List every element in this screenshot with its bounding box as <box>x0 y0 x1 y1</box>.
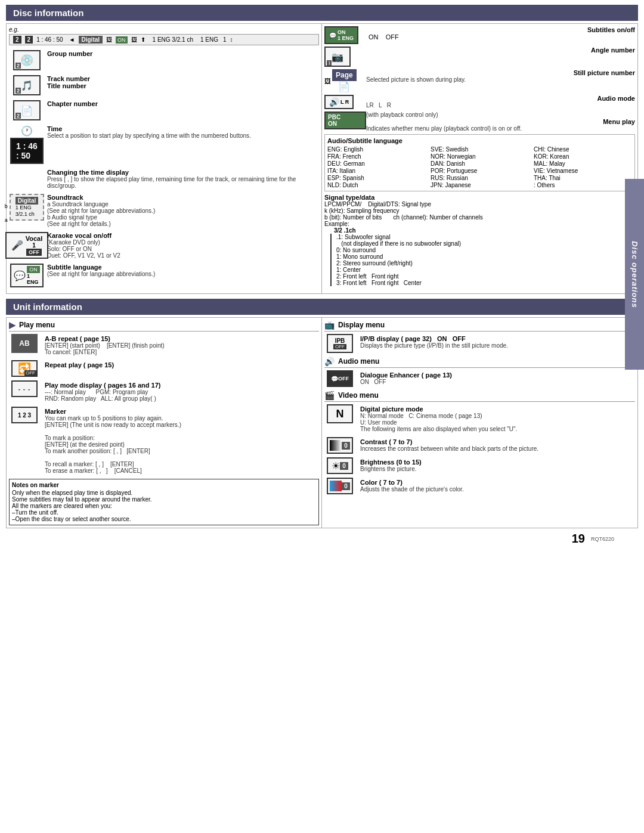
karaoke-solo: Solo: OFF or ON <box>47 246 317 252</box>
n-box: N <box>327 404 353 423</box>
lang-ita: ITA: Italian <box>327 168 426 174</box>
dialogue-off: OFF <box>338 376 349 382</box>
unit-info-header: Unit information <box>6 299 638 315</box>
display-menu-header: 📺 Display menu <box>324 320 635 332</box>
dialogue-box: 💬 OFF <box>327 370 353 387</box>
vocal-num: 1 <box>32 242 36 249</box>
karaoke-desc: (Karaoke DVD only) <box>47 239 317 246</box>
menu-play-desc: Indicates whether menu play (playback co… <box>366 125 635 132</box>
lang-kor: KOR: Korean <box>534 153 632 160</box>
subtitle-lang-desc: (See at right for language abbreviations… <box>47 271 317 277</box>
ipb-display-label: I/P/B display ( page 32) ON OFF <box>360 335 633 342</box>
color-gradient <box>330 481 342 491</box>
audio-mode-values: LR L R <box>366 102 635 109</box>
signal-section: Signal type/data LPCM/PPCM/ Digital/DTS:… <box>324 194 635 286</box>
signal-sub5: 2: Stereo surround (left/right) <box>336 260 635 267</box>
karaoke-label: Karaoke vocal on/off <box>47 232 317 239</box>
subtitles-onoff-row: 💬 ON 1 ENG Subtitles on/off ON OFF <box>324 26 635 44</box>
color-label: Color ( 7 to 7) <box>360 479 633 486</box>
notes-line2: Some subtitles may fail to appear around… <box>12 496 316 503</box>
ab-repeat-label: A-B repeat ( page 15) <box>45 335 317 342</box>
digital-label: Digital <box>16 197 39 205</box>
play-mode-rnd: RND: Random play ALL: All group play( ) <box>45 395 317 402</box>
page-icon: 📄 <box>338 81 350 92</box>
signal-line1: LPCM/PPCM/ Digital/DTS: Signal type <box>324 201 635 208</box>
still-picture-row: 🖼 Page 📄 Still picture number Selected p… <box>324 69 635 92</box>
rgt-number: RQT6220 <box>591 536 614 542</box>
audio-mode-row: 🔊 L R Audio mode LR L R <box>324 95 635 109</box>
group-number-label: Group number <box>47 50 317 57</box>
angle-row: 📷 1 Angle number <box>324 47 635 67</box>
color-zero: 0 <box>342 482 350 490</box>
repeat-box: 🔁 OFF <box>11 360 38 377</box>
brightness-box: ☀ 0 <box>327 457 353 474</box>
soundtrack-label: Soundtrack <box>47 194 317 201</box>
changing-time-desc: Press [ , ] to show the elapsed play tim… <box>47 176 317 189</box>
time-desc: Select a position to start play by speci… <box>47 132 317 139</box>
signal-sub4: 1: Mono surround <box>336 253 635 260</box>
marker-row: 1 2 3 Marker You can mark up to 5 positi… <box>9 407 319 475</box>
soundtrack-desc-b: (See at right for details.) <box>47 221 317 227</box>
marker-desc5: [ENTER] (at the desired point) <box>45 441 317 448</box>
karaoke-row: 🎤 Vocal 1 OFF Karaoke vocal on/off (Kara… <box>9 231 319 260</box>
vocal-box: 🎤 Vocal 1 OFF <box>5 232 49 259</box>
contrast-zero: 0 <box>342 442 350 450</box>
time-display: 1 : 46 : 50 <box>10 138 44 164</box>
contrast-box: 0 <box>327 437 353 454</box>
subtitle-lang-row: 💬 ON 1 ENG Subtitle language (See at rig… <box>9 262 319 289</box>
karaoke-duet: Duet: OFF, V1 V2, V1 or V2 <box>47 252 317 259</box>
dialogue-onoff: ON OFF <box>360 379 633 385</box>
contrast-gradient <box>330 440 342 451</box>
disc-ops-label: Disc operations <box>630 241 639 308</box>
digital-box: Digital <box>79 36 103 44</box>
dialogue-label: Dialogue Enhancer ( page 13) <box>360 371 633 379</box>
angle-num: 1 <box>327 60 332 66</box>
lr-label: L R <box>340 99 349 105</box>
menu-play-header: Menu play <box>366 118 635 125</box>
digital-picture-following: The following items are also displayed w… <box>360 426 633 432</box>
speaker-icon: 🔊 <box>329 97 339 107</box>
digital-picture-label: Digital picture mode <box>360 405 633 413</box>
ipb-off-label: OFF <box>333 344 346 349</box>
top-bar: 2 2 1 : 46 : 50 ◄ Digital 🖼 ON 🖼 ⬆ 1 ENG… <box>9 34 319 45</box>
digital-picture-row: N Digital picture mode N: Normal mode C:… <box>324 404 635 433</box>
sub-eng-label: 1 ENG <box>338 35 354 41</box>
soundtrack-desc-a: (See at right for language abbreviations… <box>47 208 317 214</box>
lang-sve: SVE: Swedish <box>431 146 529 153</box>
audio-subtitle-section: Audio/Subtitle language ENG: English SVE… <box>324 134 635 191</box>
brightness-label: Brightness (0 to 15) <box>360 459 633 466</box>
signal-sublines: .1: Subwoofer signal (not displayed if t… <box>330 234 635 286</box>
marker-erase: To erase a marker: [ , ] [CANCEL] <box>45 467 317 474</box>
still-picture-desc: Selected picture is shown during play. <box>366 76 635 83</box>
ab-repeat-desc: [ENTER] (start point) [ENTER] (finish po… <box>45 342 317 349</box>
subtitle-icon: 💬 ON 1 ENG <box>10 264 44 287</box>
disc-ops-bar: Disc operations <box>625 179 644 370</box>
marker-desc1: You can mark up to 5 positions to play a… <box>45 415 317 422</box>
notes-header: Notes on marker <box>12 482 316 488</box>
marker-label: Marker <box>45 408 317 415</box>
contrast-row: 0 Contrast ( 7 to 7) Increases the contr… <box>324 437 635 454</box>
lang-eng: ENG: English <box>327 146 426 153</box>
still-icon: 🖼 <box>324 78 331 85</box>
playback-note: (with playback control only) <box>366 112 635 118</box>
color-box: 0 <box>327 478 353 494</box>
vocal-label: Vocal <box>26 235 43 242</box>
time-label: Time <box>47 125 317 132</box>
signal-example: Example: <box>324 221 635 227</box>
lr-box: 🔊 L R <box>324 95 354 109</box>
lang-jpn: JPN: Japanese <box>431 182 529 188</box>
notes-box: Notes on marker Only when the elapsed pl… <box>9 479 319 525</box>
color-desc: Adjusts the shade of the picture's color… <box>360 486 633 493</box>
digit-2b: 2 <box>25 36 33 44</box>
subtitles-header: Subtitles on/off <box>366 26 635 33</box>
signal-header: Signal type/data <box>324 194 635 201</box>
signal-line2: k (kHz): Sampling frequency <box>324 208 635 214</box>
mode-box: - - - <box>11 380 38 397</box>
time-display-top: 1 : 46 : 50 <box>36 36 63 43</box>
play-mode-row: - - - Play mode display ( pages 16 and 1… <box>9 380 319 403</box>
lang-dan: DAN: Danish <box>431 160 529 167</box>
eg-label: e.g. <box>9 26 319 33</box>
lang-deu: DEU: German <box>327 160 426 167</box>
brightness-zero: 0 <box>340 462 348 470</box>
changing-time-row: Changing the time display Press [ , ] to… <box>9 168 319 190</box>
